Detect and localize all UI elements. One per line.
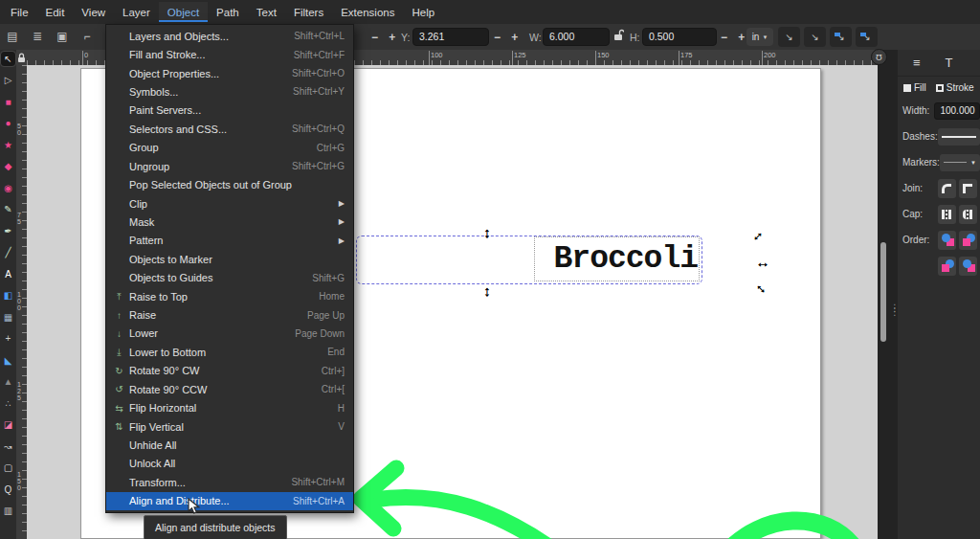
menubar-item-path[interactable]: Path <box>208 2 248 22</box>
menu-item-object-properties[interactable]: Object Properties...Shift+Ctrl+O <box>106 64 353 82</box>
paint-bucket-tool[interactable]: ◣ <box>1 353 15 368</box>
snap-controls-button[interactable]: Ω <box>871 49 887 65</box>
selection-frame-icon[interactable]: ⌐ <box>77 27 98 46</box>
menu-item-ungroup[interactable]: UngroupShift+Ctrl+G <box>106 157 353 175</box>
scale-handle-bottom-right[interactable]: ↕ <box>752 281 768 296</box>
text-tool[interactable]: A <box>1 267 15 281</box>
scale-handle-bottom[interactable]: ↕ <box>483 283 491 298</box>
menubar-item-view[interactable]: View <box>73 2 114 22</box>
gradient-tool[interactable]: ◧ <box>1 289 15 303</box>
zoom-tool[interactable]: Q <box>1 483 15 497</box>
pencil-tool[interactable]: ✎ <box>1 203 15 217</box>
paint-order-fill-stroke-markers-button[interactable] <box>938 231 956 250</box>
box-3d-tool[interactable]: ◆ <box>1 160 15 174</box>
menubar-item-object[interactable]: Object <box>159 2 208 22</box>
measure-tool[interactable]: ▥ <box>1 505 15 519</box>
scale-handle-right[interactable]: ↔ <box>756 255 770 269</box>
menu-item-objects-to-marker[interactable]: Objects to Marker <box>106 250 353 268</box>
h-stepper[interactable]: − + <box>721 31 748 44</box>
scale-stroke-toggle[interactable]: ↘ <box>778 27 800 47</box>
text-object-frame[interactable]: Broccoli <box>534 236 700 281</box>
page-tool[interactable]: ▢ <box>1 461 15 476</box>
pen-tool[interactable]: ✒ <box>1 224 15 238</box>
calligraphy-tool[interactable]: ╱ <box>1 246 15 260</box>
y-field[interactable]: 3.261 <box>412 28 489 46</box>
menubar-item-text[interactable]: Text <box>248 2 285 22</box>
text-font-tab-icon[interactable]: T <box>946 56 953 70</box>
menubar-item-edit[interactable]: Edit <box>37 2 74 22</box>
fill-tab[interactable]: Fill <box>903 82 926 93</box>
canvas-text-object[interactable]: Broccoli <box>554 241 699 277</box>
menu-item-mask[interactable]: Mask▶ <box>106 213 353 231</box>
menu-item-transform[interactable]: Transform...Shift+Ctrl+M <box>106 473 353 491</box>
selector-tool[interactable]: ↖ <box>1 52 15 66</box>
menu-item-pattern[interactable]: Pattern▶ <box>106 232 353 250</box>
menu-item-rotate-90-cw[interactable]: ↻Rotate 90° CWCtrl+] <box>106 362 353 380</box>
move-gradients-toggle[interactable]: ↘ <box>830 27 852 47</box>
cap-butt-button[interactable] <box>938 205 956 224</box>
menu-item-raise[interactable]: ↑RaisePage Up <box>106 305 353 324</box>
menu-item-pop-selected-objects-out-of-group[interactable]: Pop Selected Objects out of Group <box>106 175 353 193</box>
menu-item-unhide-all[interactable]: Unhide All <box>106 436 353 454</box>
scale-handle-top-right[interactable]: ↕ <box>751 228 767 243</box>
y-stepper[interactable]: − + <box>494 31 522 44</box>
node-tool[interactable]: ▷ <box>1 74 15 88</box>
image-icon[interactable]: ▣ <box>52 27 73 46</box>
layers-icon[interactable]: ≣ <box>27 27 48 46</box>
w-field[interactable]: 6.000 <box>543 28 610 46</box>
menu-item-lower[interactable]: ↓LowerPage Down <box>106 325 353 343</box>
menu-item-flip-horizontal[interactable]: ⇆Flip HorizontalH <box>106 398 353 416</box>
menubar-item-file[interactable]: File <box>2 2 37 22</box>
menu-item-symbols[interactable]: Symbols...Shift+Ctrl+Y <box>106 82 353 101</box>
ruler-lock-icon[interactable] <box>16 50 27 65</box>
cap-round-button[interactable] <box>959 205 977 224</box>
mesh-gradient-tool[interactable]: ▦ <box>1 310 15 325</box>
vertical-ruler[interactable]: 5 07 51 0 01 2 51 5 0 <box>16 65 27 539</box>
stroke-width-input[interactable]: 100.000 <box>934 102 980 120</box>
menu-item-lower-to-bottom[interactable]: ⤓Lower to BottomEnd <box>106 343 353 361</box>
paint-order-markers-stroke-fill-button[interactable] <box>959 257 977 276</box>
menu-item-raise-to-top[interactable]: ⤒Raise to TopHome <box>106 287 353 305</box>
menu-item-selectors-and-css[interactable]: Selectors and CSS...Shift+Ctrl+Q <box>106 120 353 138</box>
menubar-item-extensions[interactable]: Extensions <box>332 2 403 22</box>
join-round-button[interactable] <box>938 179 956 198</box>
menu-item-align-and-distribute[interactable]: Align and Distribute...Shift+Ctrl+A <box>106 492 353 510</box>
menu-item-flip-vertical[interactable]: ⇅Flip VerticalV <box>106 417 353 436</box>
star-tool[interactable]: ★ <box>1 138 15 152</box>
vertical-scrollbar[interactable] <box>880 242 886 342</box>
menu-item-paint-servers[interactable]: Paint Servers... <box>106 101 353 120</box>
rectangle-tool[interactable]: ■ <box>1 95 15 109</box>
scale-handle-top[interactable]: ↕ <box>483 225 491 239</box>
h-field[interactable]: 0.500 <box>642 28 717 46</box>
join-bevel-button[interactable] <box>959 179 977 198</box>
move-patterns-toggle[interactable]: ↘ <box>856 27 878 47</box>
menubar-item-layer[interactable]: Layer <box>114 2 159 22</box>
spiral-tool[interactable]: ◉ <box>1 181 15 195</box>
scale-corners-toggle[interactable]: ↘ <box>804 27 826 47</box>
fill-stroke-tab-icon[interactable]: ≡ <box>913 56 921 70</box>
unit-dropdown[interactable]: in ▼ <box>746 28 773 46</box>
menu-item-clip[interactable]: Clip▶ <box>106 194 353 213</box>
menu-item-group[interactable]: GroupCtrl+G <box>106 139 353 157</box>
connector-tool[interactable]: ↝ <box>1 439 15 454</box>
paint-order-markers-fill-stroke-button[interactable] <box>938 257 956 276</box>
paint-order-stroke-fill-markers-button[interactable] <box>959 231 977 250</box>
stroke-tab[interactable]: Stroke <box>936 82 974 93</box>
menubar-item-help[interactable]: Help <box>403 2 443 22</box>
menu-item-unlock-all[interactable]: Unlock All <box>106 455 353 473</box>
menubar-item-filters[interactable]: Filters <box>285 2 332 22</box>
ellipse-tool[interactable]: ● <box>1 117 15 131</box>
copy-icon[interactable]: ▤ <box>2 27 23 46</box>
menu-item-objects-to-guides[interactable]: Objects to GuidesShift+G <box>106 268 353 286</box>
dropper-tool[interactable]: + <box>1 332 15 347</box>
tweak-tool[interactable]: ▲ <box>1 375 15 390</box>
menu-item-rotate-90-ccw[interactable]: ↺Rotate 90° CCWCtrl+[ <box>106 380 353 398</box>
menu-item-layers-and-objects[interactable]: Layers and Objects...Shift+Ctrl+L <box>106 27 353 45</box>
lock-width-height-icon[interactable] <box>613 29 624 46</box>
menu-item-fill-and-stroke[interactable]: Fill and Stroke...Shift+Ctrl+F <box>106 45 353 63</box>
markers-dropdown[interactable]: ▼ <box>940 154 980 171</box>
dashes-dropdown[interactable] <box>938 128 980 146</box>
spray-tool[interactable]: ∴ <box>1 396 15 411</box>
eraser-tool[interactable]: ◪ <box>1 418 15 433</box>
x-stepper[interactable]: − + <box>371 31 399 44</box>
